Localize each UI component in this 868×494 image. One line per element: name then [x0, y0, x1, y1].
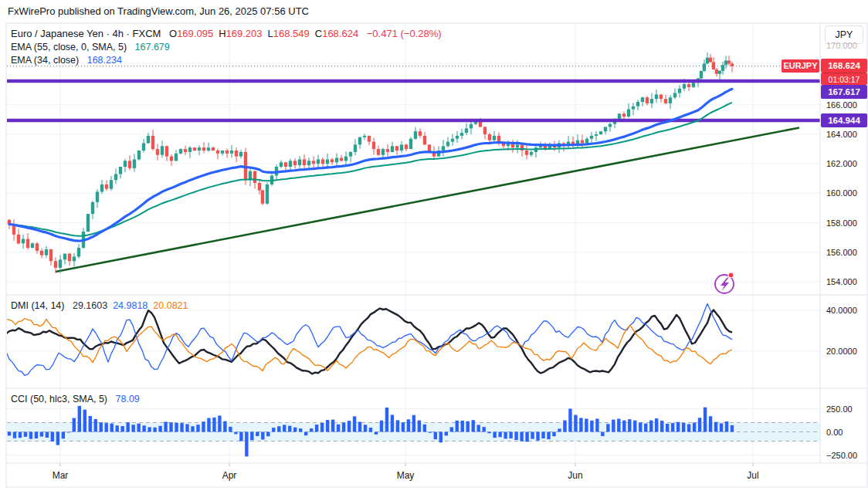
axis-tick-label: 158.000 — [826, 218, 857, 228]
month-label-may: May — [397, 470, 415, 481]
month-label-jul: Jul — [747, 470, 758, 481]
axis-tick-label: 160.000 — [826, 188, 857, 198]
axis-tick-label: −250.00 — [826, 450, 857, 461]
axis-tick-label: 166.000 — [826, 100, 857, 110]
axis-tick-label: 0.00 — [826, 427, 843, 438]
level-price-badge-1: 167.617 — [821, 85, 867, 99]
month-label-mar: Mar — [53, 470, 69, 481]
dmi-pane[interactable] — [7, 296, 820, 387]
level-price-badge-2: 164.944 — [821, 113, 867, 127]
month-label-jun: Jun — [568, 470, 582, 481]
attribution-text: FxWirePro published on TradingView.com, … — [8, 5, 309, 17]
axis-tick-label: 250.00 — [826, 404, 853, 414]
axis-tick-label: 154.000 — [826, 276, 857, 287]
axis-tick-label: 20.0000 — [826, 346, 857, 357]
price-axis-label-faded: 170.000 — [826, 40, 857, 51]
current-price-badge: 168.624 — [821, 59, 867, 73]
tradingview-screenshot: { "attribution": "FxWirePro published on… — [0, 0, 868, 494]
cci-pane[interactable] — [7, 389, 820, 462]
axis-tick-label: 156.000 — [826, 247, 857, 258]
axis-tick-label: 162.000 — [826, 158, 857, 169]
axis-tick-label: 164.000 — [826, 129, 857, 140]
candle-countdown-badge: 01:03:17 — [821, 73, 867, 85]
main-chart-pane[interactable] — [7, 24, 820, 294]
axis-tick-label: 40.0000 — [826, 305, 857, 316]
month-label-apr: Apr — [222, 470, 237, 481]
